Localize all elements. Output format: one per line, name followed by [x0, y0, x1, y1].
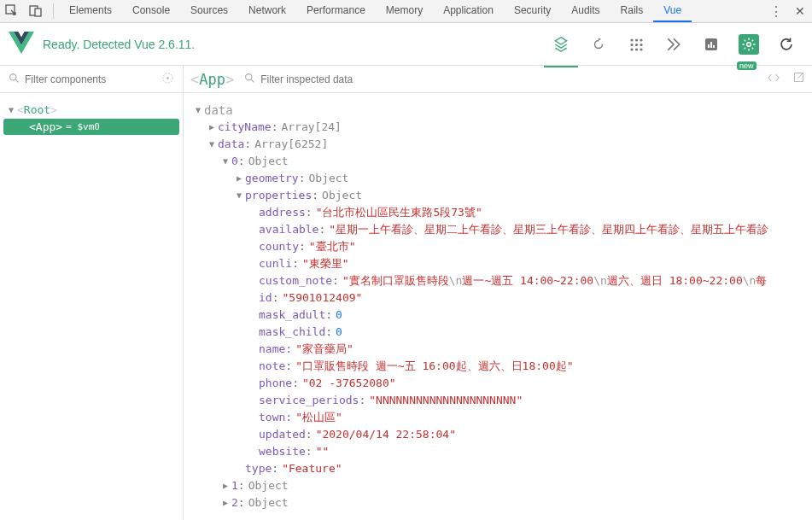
prop-name[interactable]: name: "家音藥局" [194, 341, 805, 358]
tab-audits[interactable]: Audits [561, 0, 610, 22]
svg-point-23 [246, 73, 252, 79]
prop-geometry[interactable]: ▶geometry: Object [194, 170, 805, 187]
tab-performance[interactable]: Performance [296, 0, 376, 22]
open-in-editor-icon[interactable] [767, 71, 780, 87]
svg-point-19 [10, 73, 16, 79]
prop-town[interactable]: town: "松山區" [194, 409, 805, 426]
svg-point-9 [640, 38, 642, 41]
prop-service_periods[interactable]: service_periods: "NNNNNNNNNNNNNNNNNNNNN" [194, 392, 805, 409]
tree-root[interactable]: ▼ <Root> [3, 102, 179, 118]
devtools-tabs: ElementsConsoleSourcesNetworkPerformance… [59, 0, 764, 22]
search-icon [9, 73, 20, 86]
prop-properties[interactable]: ▼properties: Object [194, 187, 805, 204]
routing-tab-icon[interactable] [663, 34, 684, 55]
svg-point-12 [635, 48, 638, 50]
prop-phone[interactable]: phone: "02 -37652080" [194, 375, 805, 392]
events-tab-icon[interactable] [626, 34, 646, 55]
prop-type[interactable]: type: "Feature" [194, 460, 805, 477]
settings-icon[interactable]: new [739, 34, 759, 55]
filter-inspected-input[interactable] [260, 73, 762, 85]
vuex-tab-icon[interactable] [588, 34, 609, 55]
new-badge: new [737, 61, 757, 70]
prop-cityName[interactable]: ▶cityName: Array[24] [194, 119, 805, 136]
prop-updated[interactable]: updated: "2020/04/14 22:58:04" [194, 426, 805, 443]
prop-website[interactable]: website: "" [194, 443, 805, 460]
svg-point-7 [630, 43, 633, 45]
prop-address[interactable]: address: "台北市松山區民生東路5段73號" [194, 204, 805, 221]
vue-logo-icon [9, 32, 34, 57]
svg-rect-2 [35, 9, 41, 16]
device-toggle-icon[interactable] [24, 0, 48, 23]
prop-data-2[interactable]: ▶2: Object [194, 494, 805, 511]
close-devtools-icon[interactable]: ✕ [788, 4, 812, 18]
svg-rect-15 [708, 44, 710, 48]
prop-cunli[interactable]: cunli: "東榮里" [194, 255, 805, 272]
svg-point-10 [640, 43, 642, 45]
svg-line-20 [15, 79, 18, 82]
tab-application[interactable]: Application [433, 0, 504, 22]
svg-point-13 [640, 48, 642, 50]
svg-point-22 [166, 77, 169, 79]
svg-point-8 [635, 43, 638, 45]
tab-security[interactable]: Security [504, 0, 561, 22]
filter-components-input[interactable] [25, 73, 156, 85]
search-icon [244, 73, 255, 86]
svg-point-18 [747, 42, 751, 46]
current-component-tag: <App> [190, 71, 234, 88]
tab-network[interactable]: Network [238, 0, 296, 22]
svg-line-24 [251, 79, 254, 82]
prop-note[interactable]: note: "口罩販售時段 週一~五 16:00起、週六、日18:00起" [194, 358, 805, 375]
more-menu-icon[interactable]: ⋮ [764, 3, 788, 20]
prop-data-1[interactable]: ▶1: Object [194, 477, 805, 494]
tab-rails[interactable]: Rails [610, 0, 654, 22]
svg-point-6 [635, 38, 638, 41]
tree-item-app[interactable]: <App> = $vm0 [3, 119, 179, 135]
prop-data[interactable]: ▼data: Array[6252] [194, 136, 805, 153]
performance-tab-icon[interactable] [701, 34, 721, 55]
inspector-panel: ▼data ▶cityName: Array[24] ▼data: Array[… [184, 93, 812, 520]
prop-id[interactable]: id: "5901012409" [194, 289, 805, 307]
prop-custom_note[interactable]: custom_note: "實名制口罩販售時段\n週一~週五 14:00~22:… [194, 272, 805, 289]
prop-county[interactable]: county: "臺北市" [194, 238, 805, 255]
open-external-icon[interactable] [792, 71, 805, 87]
prop-available[interactable]: available: "星期一上午看診、星期二上午看診、星期三上午看診、星期四上… [194, 221, 805, 238]
inspect-element-icon[interactable] [0, 0, 24, 23]
tab-sources[interactable]: Sources [180, 0, 238, 22]
svg-rect-16 [710, 42, 712, 48]
component-tree: ▼ <Root> <App> = $vm0 [0, 93, 184, 520]
tab-memory[interactable]: Memory [376, 0, 433, 22]
prop-mask_child[interactable]: mask_child: 0 [194, 324, 805, 341]
components-tab-icon[interactable] [551, 34, 571, 55]
tab-vue[interactable]: Vue [653, 0, 692, 22]
prop-data-0[interactable]: ▼0: Object [194, 153, 805, 170]
svg-point-11 [630, 48, 633, 50]
vue-status-text: Ready. Detected Vue 2.6.11. [43, 38, 195, 51]
tab-console[interactable]: Console [122, 0, 180, 22]
svg-point-5 [630, 38, 633, 41]
data-section[interactable]: ▼data [194, 102, 805, 119]
select-component-icon[interactable] [161, 72, 174, 87]
svg-rect-17 [713, 45, 715, 48]
prop-mask_adult[interactable]: mask_adult: 0 [194, 307, 805, 324]
refresh-icon[interactable] [776, 34, 797, 55]
tab-elements[interactable]: Elements [59, 0, 122, 22]
